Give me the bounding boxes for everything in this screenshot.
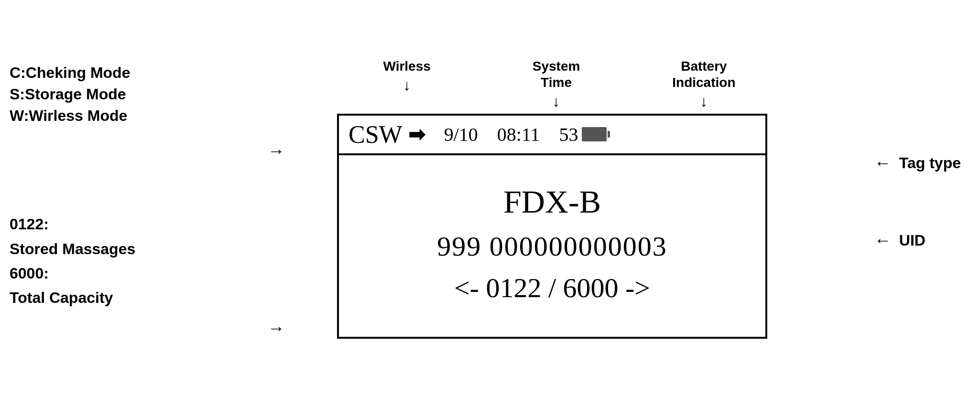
storage-line4: Total Capacity [10,286,135,310]
storage-line2: Stored Massages [10,237,135,261]
right-arrow-icon: ➡ [408,123,425,146]
tag-type-label: Tag type [899,154,961,172]
right-labels: ← Tag type ← UID [874,153,961,250]
uid-label-group: ← UID [874,230,926,250]
storage-line1: 0122: [10,212,135,236]
csw-value: CSW [348,120,403,149]
system-time-annotation: System Time ↓ [533,58,580,108]
uid-label: UID [899,232,926,249]
wireless-label: Wirless [383,58,430,75]
battery-annotation: Battery Indication ↓ [672,58,735,108]
battery-percent-value: 53 [559,123,578,146]
record-value: 9/10 [444,123,478,146]
wireless-annotation: Wirless ↓ [383,58,430,108]
main-container: C:Cheking Mode S:Storage Mode W:Wirless … [0,0,980,397]
screen-box: CSW ➡ 9/10 08:11 53 FDX-B 999 0000000000… [337,114,767,339]
mode-line2: S:Storage Mode [10,84,135,105]
mode-line1: C:Cheking Mode [10,62,135,84]
mode-labels: C:Cheking Mode S:Storage Mode W:Wirless … [10,62,135,126]
storage-line3: 6000: [10,261,135,286]
uid-arrow: ← [874,230,892,250]
mode-line3: W:Wirless Mode [10,105,135,127]
system-time-label: System Time [533,58,580,90]
status-bar: CSW ➡ 9/10 08:11 53 [339,116,765,155]
tag-type-label-group: ← Tag type [874,153,961,173]
time-value: 08:11 [497,123,540,146]
system-time-arrow: ↓ [553,94,560,109]
csw-text: CSW ➡ [348,120,425,149]
storage-arrow: → [268,318,285,338]
navigation-text: <- 0122 / 6000 -> [454,272,650,304]
tag-type-arrow: ← [874,153,892,173]
battery-icon [582,127,607,141]
left-labels: C:Cheking Mode S:Storage Mode W:Wirless … [10,62,135,310]
uid-value: 999 000000000003 [437,230,667,262]
battery-percent: 53 [559,123,607,146]
battery-arrow: ↓ [700,94,708,109]
battery-label: Battery Indication [672,58,735,90]
tag-type: FDX-B [503,183,601,221]
wireless-arrow: ↓ [403,77,411,93]
center-area: Wirless ↓ System Time ↓ Battery Indicati… [337,58,767,338]
mode-arrow: → [268,141,285,161]
top-annotations: Wirless ↓ System Time ↓ Battery Indicati… [337,58,767,108]
storage-labels: 0122: Stored Massages 6000: Total Capaci… [10,212,135,310]
main-content: FDX-B 999 000000000003 <- 0122 / 6000 -> [339,155,765,337]
